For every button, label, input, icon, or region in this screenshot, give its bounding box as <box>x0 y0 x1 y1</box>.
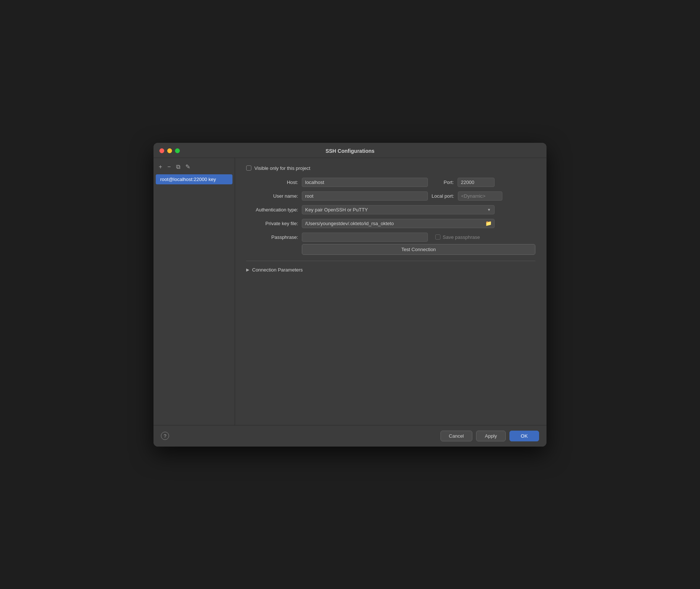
add-button[interactable]: + <box>157 163 164 171</box>
apply-button[interactable]: Apply <box>476 431 506 441</box>
chevron-right-icon: ▶ <box>246 267 249 272</box>
window: SSH Configurations + − ⧉ ✎ root@localhos… <box>153 143 547 447</box>
main-panel: Visible only for this project Host: Port… <box>235 158 547 425</box>
private-key-wrapper: 📁 <box>302 219 495 228</box>
auth-type-row: Authentication type: Key pair OpenSSH or… <box>246 205 535 214</box>
content: + − ⧉ ✎ root@localhost:22000 key Visible… <box>153 158 547 425</box>
local-port-label: Local port: <box>432 193 454 199</box>
username-label: User name: <box>246 193 298 199</box>
divider <box>246 261 535 261</box>
private-key-label: Private key file: <box>246 221 298 226</box>
sidebar: + − ⧉ ✎ root@localhost:22000 key <box>153 158 235 425</box>
test-connection-button[interactable]: Test Connection <box>302 244 535 255</box>
port-input[interactable] <box>458 178 495 187</box>
auth-type-select-wrapper: Key pair OpenSSH or PuTTY Password OpenS… <box>302 205 495 214</box>
sidebar-item-label: root@localhost:22000 key <box>160 177 216 182</box>
spacer <box>246 273 535 418</box>
port-label: Port: <box>432 180 454 185</box>
titlebar: SSH Configurations <box>153 143 547 158</box>
username-local-port-row: User name: Local port: <box>246 191 535 201</box>
save-passphrase-text: Save passphrase <box>443 234 480 240</box>
private-key-input[interactable] <box>302 219 495 228</box>
visible-only-checkbox-container[interactable]: Visible only for this project <box>246 165 310 171</box>
passphrase-label: Passphrase: <box>246 234 298 240</box>
close-button[interactable] <box>159 148 164 153</box>
host-port-row: Host: Port: <box>246 178 535 187</box>
footer: ? Cancel Apply OK <box>153 425 547 447</box>
save-passphrase-label-container: Save passphrase <box>435 234 480 240</box>
passphrase-row: Passphrase: Save passphrase <box>246 233 535 242</box>
sidebar-item-ssh-config[interactable]: root@localhost:22000 key <box>156 174 232 184</box>
auth-type-select[interactable]: Key pair OpenSSH or PuTTY Password OpenS… <box>302 205 495 214</box>
minimize-button[interactable] <box>167 148 172 153</box>
host-input[interactable] <box>302 178 428 187</box>
connection-params-label: Connection Parameters <box>252 267 303 273</box>
host-label: Host: <box>246 180 298 185</box>
visible-only-checkbox[interactable] <box>246 165 251 171</box>
copy-button[interactable]: ⧉ <box>175 163 182 171</box>
sidebar-toolbar: + − ⧉ ✎ <box>153 162 235 174</box>
window-title: SSH Configurations <box>326 148 374 154</box>
maximize-button[interactable] <box>175 148 180 153</box>
browse-button[interactable]: 📁 <box>484 220 493 227</box>
visible-only-row: Visible only for this project <box>246 165 535 171</box>
edit-button[interactable]: ✎ <box>184 163 192 171</box>
traffic-lights <box>159 148 180 153</box>
ok-button[interactable]: OK <box>509 431 539 441</box>
local-port-input[interactable] <box>458 191 502 201</box>
private-key-row: Private key file: 📁 <box>246 219 535 228</box>
auth-type-label: Authentication type: <box>246 207 298 213</box>
visible-only-label: Visible only for this project <box>254 165 310 171</box>
remove-button[interactable]: − <box>166 163 172 171</box>
help-button[interactable]: ? <box>161 432 169 440</box>
form-grid: Host: Port: User name: Local port: Authe… <box>246 178 535 242</box>
cancel-button[interactable]: Cancel <box>440 431 472 441</box>
username-input[interactable] <box>302 191 428 201</box>
connection-params-row[interactable]: ▶ Connection Parameters <box>246 267 535 273</box>
passphrase-input[interactable] <box>302 233 428 242</box>
save-passphrase-checkbox[interactable] <box>435 234 440 240</box>
